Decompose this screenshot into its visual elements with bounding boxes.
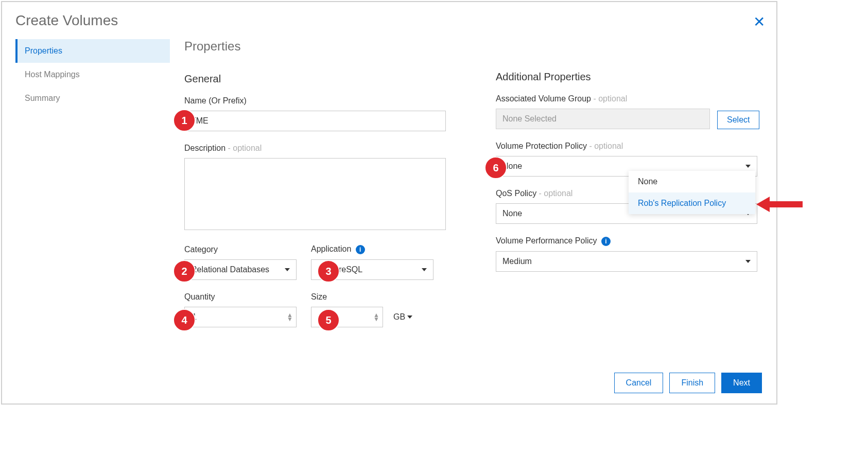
- avg-label-text: Associated Volume Group: [496, 94, 593, 103]
- vpp-label-text: Volume Protection Policy: [496, 142, 589, 150]
- size-label: Size: [311, 292, 412, 302]
- category-application-row: Category Relational Databases Applicatio…: [184, 244, 465, 280]
- info-icon[interactable]: i: [601, 237, 611, 246]
- description-label: Description - optional: [184, 144, 465, 153]
- qos-optional: - optional: [539, 189, 573, 198]
- category-select[interactable]: Relational Databases: [184, 259, 297, 280]
- description-row: Description - optional: [184, 144, 465, 232]
- quantity-field[interactable]: [191, 312, 282, 322]
- create-volumes-dialog: ✕ Create Volumes Properties Host Mapping…: [1, 1, 777, 405]
- size-field[interactable]: [318, 312, 368, 322]
- dialog-title: Create Volumes: [2, 2, 776, 39]
- cancel-button[interactable]: Cancel: [614, 373, 664, 393]
- sidebar-item-properties[interactable]: Properties: [15, 39, 170, 63]
- additional-heading: Additional Properties: [496, 71, 776, 83]
- chevron-down-icon: [745, 260, 751, 263]
- vpp-label: Volume Protection Policy - optional: [496, 142, 776, 151]
- avg-readonly: None Selected: [496, 109, 710, 129]
- application-label: Application i: [311, 244, 433, 254]
- name-input[interactable]: [184, 111, 446, 131]
- chevron-down-icon: [422, 268, 427, 271]
- vpp-dropdown-popup: None Rob's Replication Policy: [629, 171, 755, 214]
- perf-label-text: Volume Performance Policy: [496, 236, 597, 245]
- finish-button[interactable]: Finish: [669, 373, 715, 393]
- name-row: Name (Or Prefix): [184, 96, 465, 131]
- close-icon[interactable]: ✕: [753, 13, 765, 30]
- quantity-label: Quantity: [184, 292, 297, 302]
- perf-row: Volume Performance Policy i Medium: [496, 236, 776, 272]
- next-button[interactable]: Next: [721, 373, 762, 393]
- avg-row: Associated Volume Group - optional None …: [496, 94, 776, 129]
- vpp-optional: - optional: [589, 142, 623, 150]
- perf-select[interactable]: Medium: [496, 251, 757, 272]
- application-select[interactable]: PostgreSQL: [311, 259, 433, 280]
- size-group: Size ▲▼ GB: [311, 292, 412, 327]
- perf-label: Volume Performance Policy i: [496, 236, 776, 246]
- section-heading: Properties: [184, 39, 465, 54]
- avg-select-button[interactable]: Select: [717, 111, 759, 129]
- size-spinner[interactable]: ▲▼: [373, 313, 379, 321]
- description-optional: - optional: [228, 144, 262, 152]
- main-area: Properties General Name (Or Prefix) Desc…: [170, 39, 776, 327]
- application-label-text: Application: [311, 244, 351, 253]
- qos-value: None: [502, 209, 522, 218]
- chevron-down-icon: [745, 165, 751, 168]
- size-unit-value: GB: [393, 312, 405, 322]
- avg-group: Associated Volume Group - optional None …: [496, 94, 710, 129]
- quantity-spinner[interactable]: ▲▼: [287, 313, 293, 321]
- chevron-down-icon: [407, 315, 412, 319]
- chevron-down-icon: [285, 268, 290, 271]
- vpp-option-robs-replication-policy[interactable]: Rob's Replication Policy: [629, 192, 755, 214]
- vpp-value: None: [502, 162, 522, 171]
- name-label: Name (Or Prefix): [184, 96, 465, 106]
- category-label: Category: [184, 245, 297, 254]
- category-value: Relational Databases: [191, 265, 269, 274]
- sidebar-item-summary[interactable]: Summary: [15, 86, 170, 110]
- perf-value: Medium: [502, 257, 532, 266]
- additional-column: Additional Properties Associated Volume …: [496, 39, 776, 327]
- info-icon[interactable]: i: [356, 245, 365, 254]
- dialog-content: Properties Host Mappings Summary Propert…: [2, 39, 776, 327]
- avg-optional: - optional: [593, 94, 627, 103]
- quantity-group: Quantity ▲▼: [184, 292, 297, 327]
- size-input[interactable]: ▲▼: [311, 307, 383, 327]
- size-unit-select[interactable]: GB: [393, 312, 412, 322]
- sidebar-item-host-mappings[interactable]: Host Mappings: [15, 63, 170, 86]
- avg-label: Associated Volume Group - optional: [496, 94, 710, 103]
- quantity-input[interactable]: ▲▼: [184, 307, 297, 327]
- wizard-sidebar: Properties Host Mappings Summary: [15, 39, 170, 327]
- description-label-text: Description: [184, 144, 228, 152]
- application-value: PostgreSQL: [318, 265, 362, 274]
- dialog-footer: Cancel Finish Next: [614, 373, 762, 393]
- category-group: Category Relational Databases: [184, 245, 297, 280]
- application-group: Application i PostgreSQL: [311, 244, 433, 280]
- qos-label-text: QoS Policy: [496, 189, 539, 198]
- general-heading: General: [184, 73, 465, 85]
- description-textarea[interactable]: [184, 158, 446, 230]
- vpp-option-none[interactable]: None: [629, 171, 755, 192]
- general-column: Properties General Name (Or Prefix) Desc…: [184, 39, 465, 327]
- quantity-size-row: Quantity ▲▼ Size ▲▼: [184, 292, 465, 327]
